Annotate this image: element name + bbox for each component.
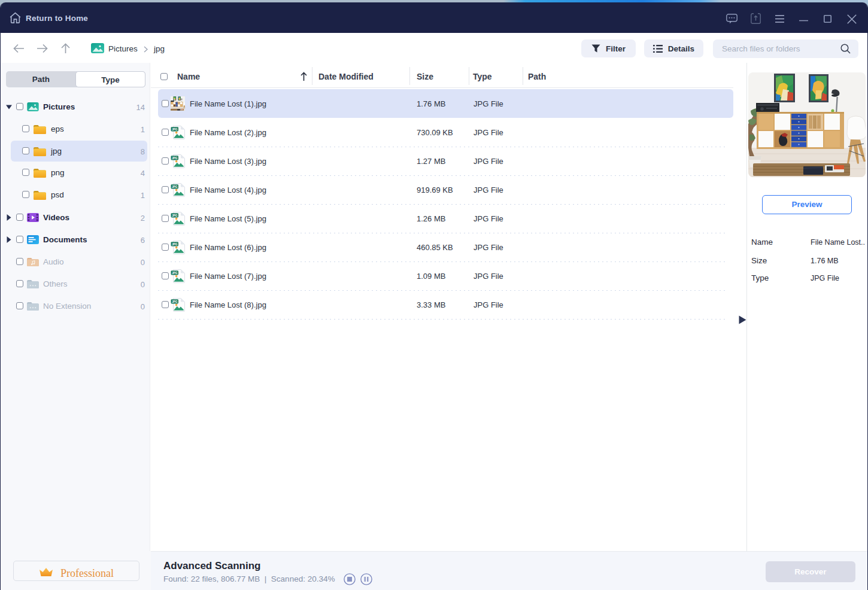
svg-text:JPG: JPG xyxy=(172,214,178,217)
svg-text:JPG: JPG xyxy=(172,127,178,130)
svg-text:JPG: JPG xyxy=(172,156,178,159)
svg-text:JPG: JPG xyxy=(172,185,178,188)
svg-text:JPG: JPG xyxy=(172,242,178,245)
svg-text:JPG: JPG xyxy=(172,300,178,303)
svg-text:JPG: JPG xyxy=(172,271,178,274)
